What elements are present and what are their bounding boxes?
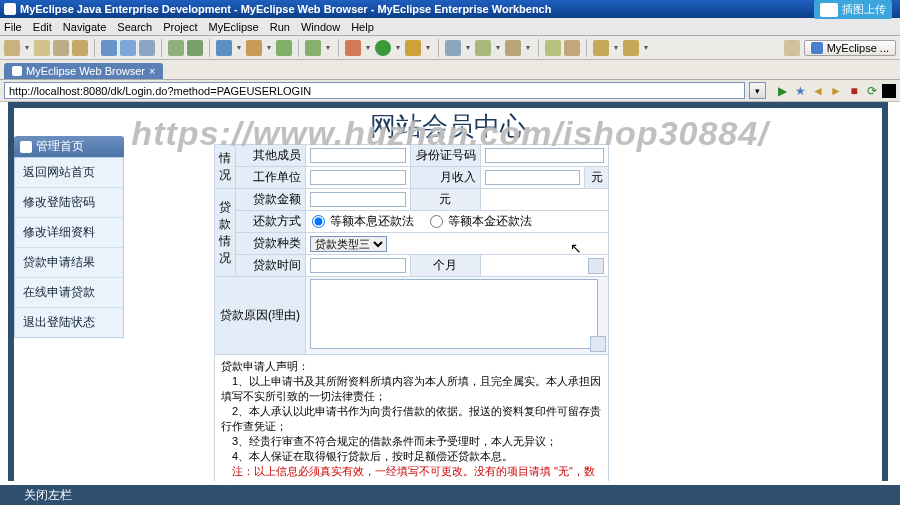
label-reason: 贷款原因(理由)	[215, 277, 306, 355]
perspective-button[interactable]: MyEclipse ...	[804, 40, 896, 56]
address-bar: ▾ ▶ ★ ◄ ► ■ ⟳	[0, 80, 900, 102]
declaration-block: 贷款申请人声明： 1、以上申请书及其所附资料所填内容为本人所填，且完全属实。本人…	[214, 355, 609, 481]
group-personal-label: 情况	[215, 145, 236, 189]
scroll-indicator	[588, 258, 604, 274]
repay-radio-2[interactable]	[430, 215, 443, 228]
favorite-icon[interactable]: ★	[792, 83, 808, 99]
tool-icon[interactable]	[101, 40, 117, 56]
stop-icon[interactable]: ■	[846, 83, 862, 99]
reason-textarea[interactable]	[310, 279, 598, 349]
menu-window[interactable]: Window	[301, 21, 340, 33]
url-input[interactable]	[4, 82, 745, 99]
tool-icon[interactable]	[564, 40, 580, 56]
other-member-input[interactable]	[310, 148, 406, 163]
repay-radio-1[interactable]	[312, 215, 325, 228]
label-repay-method: 还款方式	[236, 211, 306, 233]
tool-icon[interactable]	[305, 40, 321, 56]
tool-icon[interactable]	[405, 40, 421, 56]
close-icon[interactable]: ×	[149, 65, 155, 77]
tool-icon[interactable]	[505, 40, 521, 56]
menu-file[interactable]: File	[4, 21, 22, 33]
resize-handle	[590, 336, 606, 352]
go-icon[interactable]: ▶	[774, 83, 790, 99]
sidebar: 管理首页 返回网站首页 修改登陆密码 修改详细资料 贷款申请结果 在线申请贷款 …	[14, 136, 124, 338]
tool-icon[interactable]	[276, 40, 292, 56]
label-work-unit: 工作单位	[236, 167, 306, 189]
repay-opt1-label: 等额本息还款法	[330, 214, 414, 228]
gear-icon	[20, 141, 32, 153]
menu-search[interactable]: Search	[117, 21, 152, 33]
perspective-open-icon[interactable]	[784, 40, 800, 56]
sidebar-item-password[interactable]: 修改登陆密码	[15, 188, 123, 218]
loan-time-input[interactable]	[310, 258, 406, 273]
tool-icon[interactable]	[545, 40, 561, 56]
menu-bar: File Edit Navigate Search Project MyEcli…	[0, 18, 900, 36]
globe-icon	[12, 66, 22, 76]
sidebar-item-home[interactable]: 返回网站首页	[15, 158, 123, 188]
page-title: 网站会员中心	[14, 108, 882, 146]
work-unit-input[interactable]	[310, 170, 406, 185]
unit-yuan: 元	[410, 189, 480, 211]
id-number-input[interactable]	[485, 148, 605, 163]
tool-icon[interactable]	[246, 40, 262, 56]
unit-month: 个月	[410, 255, 480, 277]
nav-back-icon[interactable]	[593, 40, 609, 56]
menu-edit[interactable]: Edit	[33, 21, 52, 33]
label-monthly-income: 月收入	[410, 167, 480, 189]
menu-navigate[interactable]: Navigate	[63, 21, 106, 33]
tab-label: MyEclipse Web Browser	[26, 65, 145, 77]
tool-icon[interactable]	[882, 84, 896, 98]
menu-project[interactable]: Project	[163, 21, 197, 33]
tab-browser[interactable]: MyEclipse Web Browser ×	[4, 63, 163, 79]
tool-icon[interactable]	[475, 40, 491, 56]
debug-icon[interactable]	[345, 40, 361, 56]
window-title: MyEclipse Java Enterprise Development - …	[20, 0, 551, 18]
tool-icon[interactable]	[120, 40, 136, 56]
loan-amount-input[interactable]	[310, 192, 406, 207]
url-dropdown-button[interactable]: ▾	[749, 82, 766, 99]
server-icon[interactable]	[216, 40, 232, 56]
new-icon[interactable]	[4, 40, 20, 56]
repay-opt2-label: 等额本金还款法	[448, 214, 532, 228]
sidebar-header: 管理首页	[14, 136, 124, 157]
back-icon[interactable]: ◄	[810, 83, 826, 99]
save-icon[interactable]	[34, 40, 50, 56]
tool-icon[interactable]	[187, 40, 203, 56]
footer-collapse-button[interactable]: 关闭左栏	[0, 485, 900, 505]
label-loan-amount: 贷款金额	[236, 189, 306, 211]
forward-icon[interactable]: ►	[828, 83, 844, 99]
label-other-member: 其他成员	[236, 145, 306, 167]
label-loan-time: 贷款时间	[236, 255, 306, 277]
sidebar-item-result[interactable]: 贷款申请结果	[15, 248, 123, 278]
menu-help[interactable]: Help	[351, 21, 374, 33]
refresh-icon[interactable]: ⟳	[864, 83, 880, 99]
browser-viewport: 网站会员中心 管理首页 返回网站首页 修改登陆密码 修改详细资料 贷款申请结果 …	[8, 102, 888, 481]
label-id-number: 身份证号码	[410, 145, 480, 167]
tool-icon[interactable]	[139, 40, 155, 56]
sidebar-item-profile[interactable]: 修改详细资料	[15, 218, 123, 248]
tool-icon[interactable]	[168, 40, 184, 56]
run-icon[interactable]	[375, 40, 391, 56]
editor-tab-row: MyEclipse Web Browser ×	[0, 60, 900, 80]
sidebar-item-logout[interactable]: 退出登陆状态	[15, 308, 123, 337]
tool-icon[interactable]	[445, 40, 461, 56]
group-loan-label: 贷款情况	[215, 189, 236, 277]
window-titlebar: MyEclipse Java Enterprise Development - …	[0, 0, 900, 18]
menu-myeclipse[interactable]: MyEclipse	[209, 21, 259, 33]
menu-run[interactable]: Run	[270, 21, 290, 33]
nav-fwd-icon[interactable]	[623, 40, 639, 56]
label-loan-type: 贷款种类	[236, 233, 306, 255]
print-icon[interactable]	[72, 40, 88, 56]
monthly-income-input[interactable]	[485, 170, 581, 185]
sidebar-item-apply[interactable]: 在线申请贷款	[15, 278, 123, 308]
main-toolbar: ▾ ▾ ▾ ▾ ▾ ▾ ▾ ▾ ▾ ▾ ▾ ▾ MyEclipse ...	[0, 36, 900, 60]
save-all-icon[interactable]	[53, 40, 69, 56]
loan-form: 情况 其他成员 身份证号码 工作单位 月收入 元 贷款情况 贷款金额	[214, 144, 609, 481]
upload-tag[interactable]: 插图上传	[814, 0, 892, 19]
unit-yuan: 元	[585, 167, 609, 189]
loan-type-select[interactable]: 贷款类型三	[310, 236, 387, 252]
dropdown-icon[interactable]: ▾	[23, 40, 31, 56]
